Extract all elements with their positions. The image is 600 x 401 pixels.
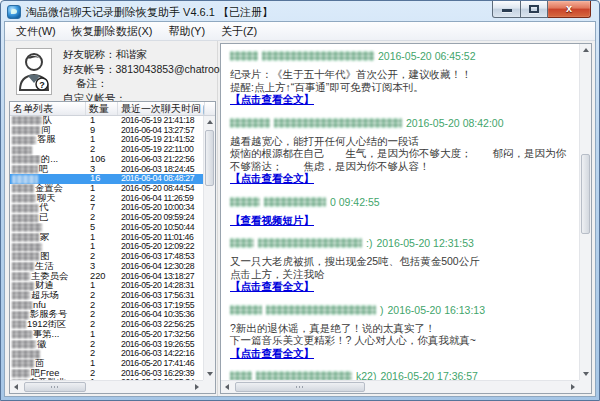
list-row[interactable]: 图22016-06-03 17:48:53 [10,252,215,262]
scroll-up-icon[interactable] [204,116,215,128]
friend-list-header: 名单列表 数量 最近一次聊天时间 [10,102,215,116]
list-row[interactable]: 的...1062016-06-03 21:22:56 [10,155,215,165]
scroll-left-icon[interactable] [221,381,233,393]
list-row[interactable]: 事第...12016-05-20 17:32:56 [10,330,215,340]
list-row[interactable]: 主委员会2202016-06-04 13:18:27 [10,272,215,282]
message-text: 纪录片：《生于五十年代》首次公开，建议收藏！！ [230,68,576,81]
menu-help[interactable]: 帮助(Y) [160,22,213,41]
list-row[interactable]: 生活32016-06-04 12:30:28 [10,262,215,272]
message-text: 点击上方，关注我哈 [230,268,576,281]
censored-name [12,146,32,155]
maximize-button[interactable] [521,1,548,18]
row-count-cell: 1 [86,184,118,194]
view-full-text-link[interactable]: 【点击查看全文】 [230,172,314,185]
row-count-cell: 16 [86,174,118,184]
row-time-cell: 2016-06-04 12:30:28 [118,262,205,272]
row-count-cell: 1 [86,281,118,291]
row-name-suffix: 客服 [37,135,56,145]
minimize-button[interactable] [492,1,521,18]
message-header: )2016-05-20 16:13:13 [230,304,576,316]
list-row[interactable]: nfu22016-06-03 17:19:55 [10,301,215,311]
header-time-column[interactable]: 最近一次聊天时间 [118,102,205,115]
view-full-text-link[interactable]: 【查看视频短片】 [230,214,314,227]
list-row[interactable]: 茴12016-05-20 17:41:46 [10,359,215,369]
menu-about[interactable]: 关于(Z) [213,22,265,41]
row-name-suffix: 影服务号 [30,310,67,320]
row-count-cell: 2 [86,349,118,359]
message-header: 0 09:42:55 [230,196,576,208]
message-text: 又一只大老虎被抓，搜出现金25吨、包括黄金500公斤 [230,255,576,268]
censored-name [12,243,42,252]
message-hscroll-thumb[interactable] [235,382,365,392]
scroll-up-icon[interactable] [580,44,591,56]
row-count-cell: 1 [86,242,118,252]
message-link-row: 【点击查看全文】 [230,280,576,293]
list-row[interactable]: 间92016-06-04 13:27:57 [10,126,215,136]
row-count-cell: 1 [86,135,118,145]
list-row[interactable]: 队12016-05-19 21:41:18 [10,116,215,126]
list-row[interactable]: 聊天22016-06-04 11:26:59 [10,194,215,204]
list-row[interactable]: 已22016-05-20 09:59:24 [10,213,215,223]
list-hscroll-thumb[interactable] [24,382,86,392]
list-horizontal-scrollbar[interactable] [10,380,203,393]
message: )2016-05-20 16:13:13?新出的退休谣，真是绝了！说的太真实了！… [230,304,576,360]
list-row[interactable]: 影服务号22016-06-04 10:35:36 [10,310,215,320]
scroll-down-icon[interactable] [204,368,215,380]
list-row[interactable]: 162016-06-04 08:48:27 [10,174,215,184]
list-row[interactable]: 家12016-05-20 11:01:46 [10,233,215,243]
list-row[interactable]: 客服12016-05-19 21:41:52 [10,135,215,145]
censored-name [12,252,39,261]
row-name-cell: 主委员会 [10,272,86,282]
menu-file[interactable]: 文件(W) [8,22,64,41]
censored-sender-id [264,197,326,207]
sender-id-fragment: ) [380,304,384,316]
list-row[interactable]: 12016-05-20 12:09:22 [10,242,215,252]
list-vertical-scrollbar[interactable] [203,116,215,380]
list-row[interactable]: 吧Free22016-06-03 16:29:39 [10,369,215,379]
row-name-cell: 的... [10,155,86,165]
title-bar[interactable]: 淘晶微信聊天记录删除恢复助手 V4.6.1 【已注册】 x [1,1,599,21]
scroll-right-icon[interactable] [191,381,203,393]
censored-sender-name [230,51,258,61]
row-count-cell: 2 [86,145,118,155]
row-time-cell: 2016-05-19 22:11:00 [118,145,205,155]
row-name-cell: 已 [10,213,86,223]
sender-id-fragment: :) [366,237,372,249]
row-time-cell: 2016-06-04 13:18:27 [118,272,205,282]
list-row[interactable]: 财通12016-05-20 14:28:31 [10,281,215,291]
list-row[interactable]: 22016-05-19 22:11:00 [10,145,215,155]
list-row[interactable]: 52016-05-20 10:50:44 [10,223,215,233]
list-row[interactable]: 金置会12016-05-20 08:44:54 [10,184,215,194]
list-row[interactable]: 超乐场22016-06-03 17:56:31 [10,291,215,301]
list-row[interactable]: 代72016-05-20 10:00:34 [10,203,215,213]
censored-sender-name [230,238,254,248]
scroll-down-icon[interactable] [580,368,591,380]
view-full-text-link[interactable]: 【点击查看全文】 [230,280,314,293]
row-name-suffix: 已 [39,213,48,223]
row-count-cell: 2 [86,340,118,350]
list-vscroll-thumb[interactable] [205,130,214,186]
view-full-text-link[interactable]: 【点击查看全文】 [230,93,314,106]
svg-text:?: ? [39,80,45,90]
row-name-suffix: 金置会 [35,184,63,194]
scroll-left-icon[interactable] [10,381,22,393]
search-icon[interactable] [203,104,205,115]
list-row[interactable]: 22016-06-03 14:22:16 [10,349,215,359]
list-row[interactable]: 吧32016-06-03 18:24:45 [10,165,215,175]
close-button[interactable]: x [548,1,591,18]
view-full-text-link[interactable]: 【点击查看全文】 [230,347,314,360]
message-vscroll-thumb[interactable] [581,154,590,234]
header-name-column[interactable]: 名单列表 [10,102,86,115]
row-time-cell: 2016-05-20 17:41:46 [118,359,205,369]
censored-name [12,184,34,193]
list-row[interactable]: 1912街区22016-06-03 22:56:25 [10,320,215,330]
row-time-cell: 2016-06-03 16:29:39 [118,369,205,379]
header-count-column[interactable]: 数量 [86,102,118,115]
menu-recover-deleted-data[interactable]: 恢复删除数据(X) [64,22,161,41]
row-name-suffix: 财通 [35,281,54,291]
message-horizontal-scrollbar[interactable] [221,380,579,393]
message-vertical-scrollbar[interactable] [579,44,591,380]
row-name-cell [10,242,86,252]
list-row[interactable]: 徽22016-06-03 19:26:55 [10,340,215,350]
scroll-right-icon[interactable] [567,381,579,393]
